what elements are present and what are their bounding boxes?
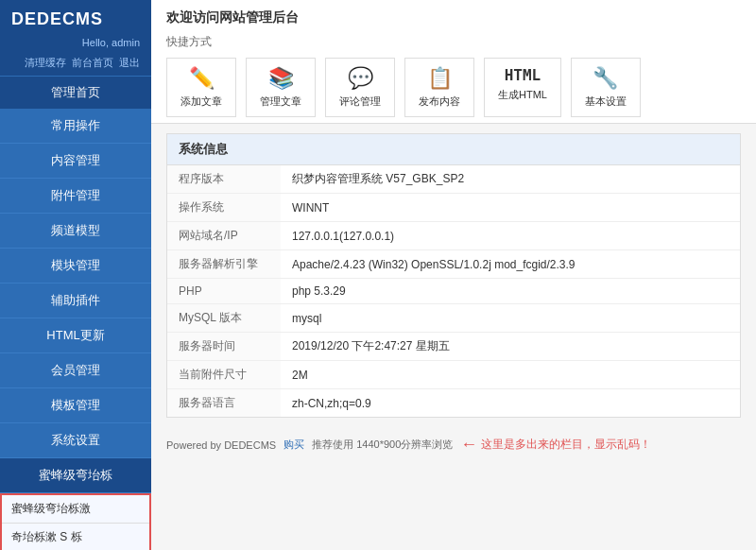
sidebar-submenu: 蜜蜂级弯坮栎激 奇坮栎漱 S 栎 模≠课锅 了 编摆跳洵一猿 蜜蜂级菏刷锄	[0, 493, 151, 550]
sys-info-title: 系统信息	[167, 134, 740, 165]
system-info-panel: 系统信息 程序版本 织梦内容管理系统 V57_GBK_SP2 操作系统 WINN…	[166, 133, 741, 418]
user-links: 清理缓存 前台首页 退出	[0, 56, 151, 76]
row-label: 程序版本	[167, 165, 281, 194]
red-arrow-icon: ←	[460, 435, 477, 455]
row-value: 127.0.0.1(127.0.0.1)	[281, 222, 740, 250]
quick-actions: ✏️ 添加文章 📚 管理文章 💬 评论管理 📋 发布内容 HTML 生成HTML…	[166, 58, 741, 117]
row-label: 网站域名/IP	[167, 222, 281, 250]
footer-link-buy[interactable]: 购买	[284, 438, 304, 452]
annotation-area: ← 这里是多出来的栏目，显示乱码！	[460, 435, 651, 455]
link-save[interactable]: 清理缓存	[25, 56, 66, 70]
quick-action-manage-article-label: 管理文章	[260, 95, 301, 109]
quick-action-publish[interactable]: 📋 发布内容	[404, 58, 474, 117]
row-value: mysql	[281, 304, 740, 333]
footer-rec: 推荐使用 1440*900分辨率浏览	[312, 438, 453, 452]
quick-action-comments[interactable]: 💬 评论管理	[325, 58, 395, 117]
user-hello: Hello, admin	[82, 37, 140, 48]
user-info: Hello, admin	[0, 35, 151, 56]
sidebar-item-content-mgmt[interactable]: 内容管理	[0, 144, 151, 179]
quick-action-manage-article[interactable]: 📚 管理文章	[246, 58, 316, 117]
annotation-text: 这里是多出来的栏目，显示乱码！	[481, 437, 651, 453]
link-home[interactable]: 前台首页	[72, 56, 113, 70]
comment-icon: 💬	[348, 66, 373, 91]
table-row: 当前附件尺寸 2M	[167, 361, 740, 389]
row-value: 2019/12/20 下午2:47:27 星期五	[281, 333, 740, 361]
logo: DEDECMS	[11, 9, 140, 29]
main-header: 欢迎访问网站管理后台 快捷方式 ✏️ 添加文章 📚 管理文章 💬 评论管理 📋 …	[151, 0, 756, 124]
sidebar-item-template-mgmt[interactable]: 模板管理	[0, 388, 151, 423]
page-title: 欢迎访问网站管理后台	[166, 9, 741, 26]
row-value: Apache/2.4.23 (Win32) OpenSSL/1.0.2j mod…	[281, 250, 740, 279]
quick-subtitle: 快捷方式	[166, 34, 741, 50]
row-value: 织梦内容管理系统 V57_GBK_SP2	[281, 165, 740, 194]
row-label: 操作系统	[167, 194, 281, 222]
sys-info-table: 程序版本 织梦内容管理系统 V57_GBK_SP2 操作系统 WINNT 网站域…	[167, 165, 740, 417]
sidebar-item-module-mgmt[interactable]: 模块管理	[0, 249, 151, 284]
row-label: MySQL 版本	[167, 304, 281, 333]
submenu-item-0[interactable]: 蜜蜂级弯坮栎激	[2, 495, 149, 524]
row-value: php 5.3.29	[281, 279, 740, 304]
sidebar-item-member-mgmt[interactable]: 会员管理	[0, 353, 151, 388]
row-label: PHP	[167, 279, 281, 304]
sidebar-item-aux-plugins[interactable]: 辅助插件	[0, 284, 151, 318]
quick-action-gen-html[interactable]: HTML 生成HTML	[484, 58, 561, 117]
table-row: MySQL 版本 mysql	[167, 304, 740, 333]
publish-icon: 📋	[427, 66, 453, 91]
submenu-item-1[interactable]: 奇坮栎漱 S 栎	[2, 524, 149, 550]
row-label: 服务器时间	[167, 333, 281, 361]
main-footer: Powered by DEDECMS 购买 推荐使用 1440*900分辨率浏览…	[151, 427, 756, 462]
footer-powered: Powered by DEDECMS	[166, 439, 276, 451]
row-label: 服务器语言	[167, 389, 281, 418]
main-home-btn[interactable]: 管理首页	[0, 76, 151, 109]
sidebar-item-html-update[interactable]: HTML更新	[0, 318, 151, 353]
quick-action-settings-label: 基本设置	[585, 95, 627, 109]
table-row: PHP php 5.3.29	[167, 279, 740, 304]
table-row: 网站域名/IP 127.0.0.1(127.0.0.1)	[167, 222, 740, 250]
sidebar-item-channel-model[interactable]: 频道模型	[0, 214, 151, 249]
row-value: 2M	[281, 361, 740, 389]
link-logout[interactable]: 退出	[119, 56, 140, 70]
row-label: 服务器解析引擎	[167, 250, 281, 279]
quick-action-gen-html-label: 生成HTML	[498, 88, 547, 102]
sidebar: DEDECMS Hello, admin 清理缓存 前台首页 退出 管理首页 常…	[0, 0, 151, 550]
row-label: 当前附件尺寸	[167, 361, 281, 389]
quick-action-comments-label: 评论管理	[339, 95, 381, 109]
table-row: 操作系统 WINNT	[167, 194, 740, 222]
quick-action-settings[interactable]: 🔧 基本设置	[571, 58, 641, 117]
sidebar-item-active[interactable]: 蜜蜂级弯坮栎	[0, 458, 151, 493]
sidebar-item-attachment-mgmt[interactable]: 附件管理	[0, 179, 151, 214]
table-row: 服务器解析引擎 Apache/2.4.23 (Win32) OpenSSL/1.…	[167, 250, 740, 279]
row-value: zh-CN,zh;q=0.9	[281, 389, 740, 418]
stack-icon: 📚	[268, 66, 294, 91]
html-icon: HTML	[505, 66, 541, 84]
settings-icon: 🔧	[593, 66, 618, 91]
table-row: 服务器时间 2019/12/20 下午2:47:27 星期五	[167, 333, 740, 361]
quick-action-add-article-label: 添加文章	[180, 95, 222, 109]
row-value: WINNT	[281, 194, 740, 222]
quick-action-add-article[interactable]: ✏️ 添加文章	[166, 58, 236, 117]
pencil-icon: ✏️	[189, 66, 215, 91]
quick-action-publish-label: 发布内容	[419, 95, 460, 109]
table-row: 服务器语言 zh-CN,zh;q=0.9	[167, 389, 740, 418]
sidebar-item-sys-settings[interactable]: 系统设置	[0, 423, 151, 458]
table-row: 程序版本 织梦内容管理系统 V57_GBK_SP2	[167, 165, 740, 194]
logo-area: DEDECMS	[0, 0, 151, 35]
main-content: 欢迎访问网站管理后台 快捷方式 ✏️ 添加文章 📚 管理文章 💬 评论管理 📋 …	[151, 0, 756, 550]
sidebar-item-common-ops[interactable]: 常用操作	[0, 109, 151, 144]
